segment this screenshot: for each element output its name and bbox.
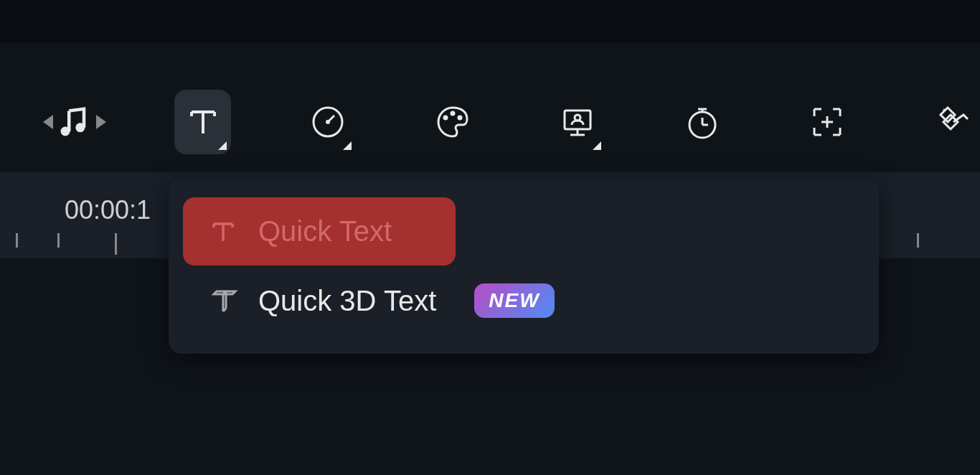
music-icon xyxy=(43,103,106,141)
media-tool-button[interactable] xyxy=(549,90,606,154)
text-dropdown-menu: Quick Text Quick 3D Text NEW xyxy=(169,179,879,354)
svg-point-4 xyxy=(443,116,448,121)
dropdown-indicator-icon xyxy=(218,141,227,150)
audio-tool-button[interactable] xyxy=(43,90,106,154)
top-bar xyxy=(0,0,980,43)
keyframe-icon xyxy=(933,103,971,141)
svg-point-3 xyxy=(326,120,330,124)
svg-point-6 xyxy=(457,116,462,121)
dropdown-indicator-icon xyxy=(343,141,352,150)
quick-text-menu-item[interactable]: Quick Text xyxy=(183,197,456,265)
svg-point-5 xyxy=(450,111,455,116)
text-icon xyxy=(184,103,222,141)
crop-icon xyxy=(809,103,846,141)
speedometer-icon xyxy=(309,103,347,141)
text-tool-button[interactable] xyxy=(174,90,231,154)
svg-point-0 xyxy=(61,127,70,136)
palette-icon xyxy=(434,103,471,141)
menu-item-label: Quick Text xyxy=(258,215,392,248)
crop-tool-button[interactable] xyxy=(798,90,855,154)
dropdown-indicator-icon xyxy=(593,141,601,150)
new-badge: NEW xyxy=(474,283,554,318)
presentation-icon xyxy=(559,103,596,141)
text-3d-icon xyxy=(208,286,238,316)
stopwatch-icon xyxy=(684,103,721,141)
keyframe-tool-button[interactable] xyxy=(923,90,980,154)
timeline-tick xyxy=(917,233,919,248)
text-icon xyxy=(208,217,238,247)
quick-3d-text-menu-item[interactable]: Quick 3D Text NEW xyxy=(183,265,864,336)
svg-point-1 xyxy=(75,123,85,132)
color-tool-button[interactable] xyxy=(424,90,481,154)
timecode-display: 00:00:1 xyxy=(65,195,151,225)
speed-tool-button[interactable] xyxy=(299,90,356,154)
toolbar xyxy=(0,43,980,172)
timer-tool-button[interactable] xyxy=(674,90,730,154)
menu-item-label: Quick 3D Text xyxy=(258,285,436,317)
